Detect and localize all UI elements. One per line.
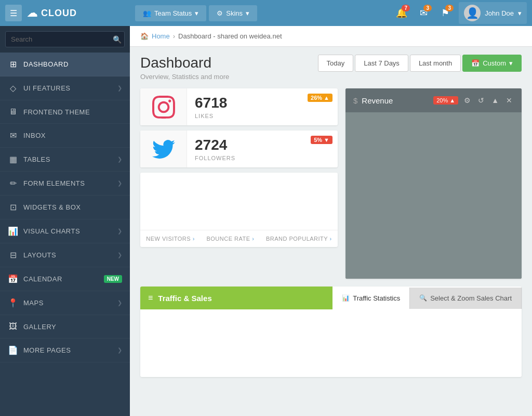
traffic-stats-label: Traffic Statistics [353, 294, 400, 302]
revenue-badge: 20% ▲ [433, 96, 458, 105]
new-visitors-stat: NEW VISITORS › [146, 236, 195, 242]
traffic-header-icon: ≡ [148, 293, 153, 303]
traffic-section: ≡ Traffic & Sales 📊 Traffic Statistics 🔍… [140, 287, 522, 377]
breadcrumb-home-link[interactable]: Home [152, 32, 170, 40]
ui-features-icon: ◇ [8, 83, 18, 93]
traffic-content [140, 309, 522, 377]
chevron-right-icon: ❯ [117, 228, 122, 235]
search-icon: 🔍 [113, 35, 122, 44]
sidebar-item-frontend-theme[interactable]: 🖥 FRONTEND THEME [0, 100, 130, 124]
likes-card-body: 26% ▲ 6718 LIKES [187, 88, 338, 125]
followers-card: 5% ▼ 2724 FOLLOWERS [140, 131, 338, 167]
search-box: 🔍 [0, 26, 130, 53]
tab-zoom-sales-chart[interactable]: 🔍 Select & Zoom Sales Chart [410, 288, 522, 309]
search-input[interactable] [5, 31, 125, 47]
bounce-rate-label: BOUNCE RATE › [206, 236, 254, 242]
sidebar-item-tables[interactable]: ▦ TABLES ❯ [0, 148, 130, 172]
sidebar-item-layouts[interactable]: ⊟ LAYOUTS ❯ [0, 243, 130, 267]
sidebar-item-ui-features[interactable]: ◇ UI FEATURES ❯ [0, 76, 130, 100]
calendar-icon: 📅 [8, 274, 18, 284]
page-title: Dashboard [140, 55, 229, 71]
revenue-title-text: Revenue [362, 96, 393, 105]
today-button[interactable]: Today [318, 55, 354, 72]
alerts-button[interactable]: ⚑ 3 [437, 5, 454, 21]
sidebar-item-dashboard[interactable]: ⊞ DASHBOARD [0, 53, 130, 76]
brand-popularity-label: BRAND POPULARITY › [266, 236, 332, 242]
revenue-refresh-button[interactable]: ↺ [476, 95, 486, 106]
charts-icon: 📊 [8, 226, 18, 236]
revenue-actions: 20% ▲ ⚙ ↺ ▲ ✕ [433, 95, 514, 106]
user-menu[interactable]: 👤 John Doe ▾ [459, 2, 527, 24]
page-title-area: Dashboard Overview, Statistics and more [140, 55, 229, 81]
logo-text: CLOUD [41, 8, 77, 19]
instagram-icon-area [140, 88, 187, 125]
brand-popularity-stat: BRAND POPULARITY › [266, 236, 332, 242]
new-visitors-link[interactable]: › [193, 236, 195, 242]
chevron-right-icon: ❯ [117, 300, 122, 306]
dashboard-icon: ⊞ [8, 59, 18, 69]
last7-button[interactable]: Last 7 Days [355, 55, 408, 72]
followers-value: 2724 [195, 137, 330, 153]
calendar-icon: 📅 [471, 59, 480, 67]
followers-card-body: 5% ▼ 2724 FOLLOWERS [187, 131, 338, 167]
sidebar-item-inbox[interactable]: ✉ INBOX [0, 124, 130, 148]
sidebar-item-gallery[interactable]: 🖼 GALLERY [0, 315, 130, 339]
chevron-down-icon: ▾ [509, 59, 513, 67]
new-visitors-label: NEW VISITORS › [146, 236, 195, 242]
sidebar-item-maps[interactable]: 📍 MAPS ❯ [0, 291, 130, 315]
sidebar-item-calendar[interactable]: 📅 CALENDAR NEW [0, 267, 130, 291]
brand-popularity-link[interactable]: › [330, 236, 332, 242]
search-icon-button[interactable]: 🔍 [113, 35, 122, 44]
stats-cards-column: 26% ▲ 6718 LIKES [140, 88, 338, 279]
chevron-right-icon: ❯ [117, 347, 122, 354]
likes-card: 26% ▲ 6718 LIKES [140, 88, 338, 125]
custom-button[interactable]: 📅 Custom ▾ [462, 55, 522, 72]
page-subtitle: Overview, Statistics and more [140, 73, 229, 81]
followers-badge: 5% ▼ [311, 136, 332, 144]
frontend-theme-icon: 🖥 [8, 107, 18, 116]
cards-revenue-section: 26% ▲ 6718 LIKES [130, 88, 532, 287]
sidebar-item-label: LAYOUTS [23, 251, 56, 259]
bounce-rate-link[interactable]: › [252, 236, 254, 242]
sidebar-item-label: MAPS [23, 299, 44, 307]
messages-button[interactable]: ✉ 3 [415, 5, 432, 21]
likes-label: LIKES [195, 113, 330, 119]
traffic-header: ≡ Traffic & Sales [140, 287, 332, 309]
skins-button[interactable]: ⚙ Skins ▾ [209, 5, 257, 21]
last-month-button[interactable]: Last month [410, 55, 461, 72]
sidebar-item-label: WIDGETS & BOX [23, 203, 81, 211]
revenue-close-button[interactable]: ✕ [504, 95, 514, 106]
revenue-card: $ Revenue 20% ▲ ⚙ ↺ ▲ ✕ [345, 88, 522, 279]
team-icon: 👥 [143, 9, 151, 17]
team-status-button[interactable]: 👥 Team Status ▾ [135, 5, 206, 21]
sidebar-item-form-elements[interactable]: ✏ FORM ELEMENTS ❯ [0, 172, 130, 196]
mini-stats-body [140, 173, 338, 225]
twitter-icon-area [140, 131, 187, 167]
chevron-right-icon: ❯ [117, 85, 122, 92]
custom-label: Custom [483, 59, 506, 67]
tab-traffic-statistics[interactable]: 📊 Traffic Statistics [332, 288, 410, 309]
sidebar-item-label: MORE PAGES [23, 346, 71, 354]
sidebar-item-label: VISUAL CHARTS [23, 227, 80, 235]
sidebar-item-widgets-box[interactable]: ⊡ WIDGETS & BOX [0, 196, 130, 219]
hamburger-button[interactable]: ☰ [5, 5, 22, 21]
revenue-settings-button[interactable]: ⚙ [462, 95, 472, 106]
mini-stats-row: NEW VISITORS › BOUNCE RATE › [140, 230, 338, 247]
revenue-collapse-button[interactable]: ▲ [490, 95, 500, 106]
messages-badge: 3 [423, 5, 432, 11]
likes-badge: 26% ▲ [308, 94, 332, 102]
bounce-rate-stat: BOUNCE RATE › [206, 236, 254, 242]
avatar: 👤 [464, 5, 481, 21]
twitter-icon [152, 138, 175, 161]
logo-area: ☁ CLOUD [27, 7, 77, 19]
sidebar-item-more-pages[interactable]: 📄 MORE PAGES ❯ [0, 339, 130, 362]
user-name: John Doe [485, 9, 514, 17]
sidebar-item-label: TABLES [23, 155, 50, 163]
sidebar-item-label: FORM ELEMENTS [23, 179, 85, 187]
search-input-wrap: 🔍 [5, 31, 125, 47]
topnav-center: 👥 Team Status ▾ ⚙ Skins ▾ [135, 5, 393, 21]
sidebar-item-visual-charts[interactable]: 📊 VISUAL CHARTS ❯ [0, 219, 130, 243]
notifications-button[interactable]: 🔔 7 [393, 5, 410, 21]
maps-icon: 📍 [8, 298, 18, 308]
form-elements-icon: ✏ [8, 178, 18, 188]
